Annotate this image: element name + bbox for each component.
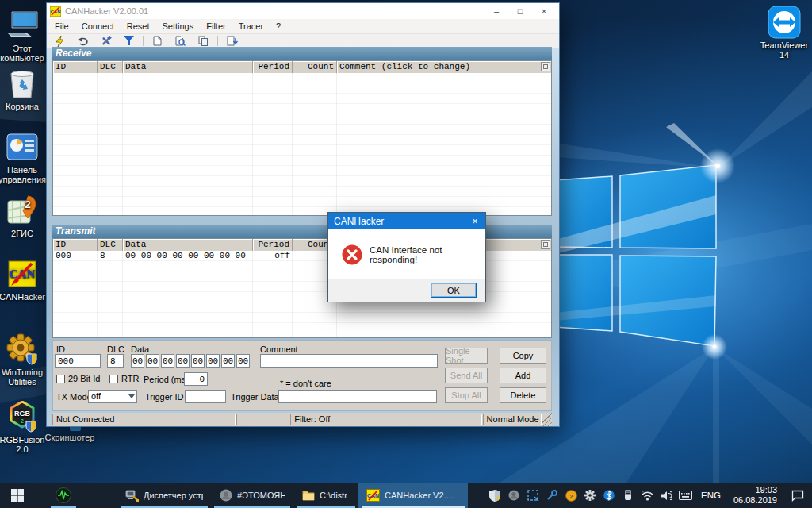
dialog-close-button[interactable]: × xyxy=(465,213,485,229)
single-shot-button[interactable]: Single Shot xyxy=(445,348,488,364)
col-comment[interactable]: Comment (click to change) xyxy=(337,61,551,73)
reset-icon[interactable] xyxy=(71,34,94,48)
resize-grip[interactable] xyxy=(542,413,552,426)
col-id[interactable]: ID xyxy=(53,239,98,251)
desktop-icon-teamviewer[interactable]: TeamViewer 14 xyxy=(757,6,811,60)
desktop-icon-canhacker[interactable]: CAN CANHacker xyxy=(0,258,49,302)
ok-button[interactable]: OK xyxy=(431,283,477,298)
start-button[interactable] xyxy=(0,483,35,508)
desktop-icon-label: WinTuning Utilities xyxy=(0,368,49,387)
desktop-icon-rgbfusion[interactable]: RGB 2 RGBFusion 2.0 xyxy=(0,401,49,454)
gray-app-icon[interactable] xyxy=(504,483,523,508)
receive-table[interactable]: ID DLC Data Period Count Comment (click … xyxy=(52,60,552,216)
svg-text:2: 2 xyxy=(21,418,24,424)
col-count[interactable]: Count xyxy=(293,61,337,73)
clear-icon[interactable] xyxy=(146,34,169,48)
data-byte-input[interactable] xyxy=(206,354,220,368)
minimize-button[interactable]: – xyxy=(485,4,508,18)
menu-connect[interactable]: Connect xyxy=(75,20,121,33)
data-byte-input[interactable] xyxy=(221,354,235,368)
menu-reset[interactable]: Reset xyxy=(121,20,156,33)
window-titlebar[interactable]: CAN CANHacker V2.00.01 – □ × xyxy=(47,3,559,19)
snipping-tool-icon[interactable] xyxy=(523,483,542,508)
status-connection: Not Connected xyxy=(52,414,236,425)
desktop-icon-2gis[interactable]: 2 2ГИС xyxy=(0,194,49,238)
close-button[interactable]: × xyxy=(532,4,556,18)
pinned-app-waveform[interactable] xyxy=(48,483,79,508)
keyboard-icon[interactable] xyxy=(676,483,695,508)
col-dlc[interactable]: DLC xyxy=(98,239,123,251)
usb-icon[interactable] xyxy=(619,483,638,508)
trigger-id-input[interactable] xyxy=(185,390,226,403)
dialog-titlebar[interactable]: CANHacker × xyxy=(328,213,485,229)
service-tool-icon[interactable] xyxy=(542,483,561,508)
desktop-icon-label: Этот компьютер xyxy=(0,44,49,63)
col-id[interactable]: ID xyxy=(53,61,98,73)
save-log-icon[interactable] xyxy=(220,34,243,48)
data-byte-input[interactable] xyxy=(146,354,159,368)
defender-shield-icon[interactable] xyxy=(485,483,504,508)
2gis-tray-icon[interactable]: 2 xyxy=(561,483,580,508)
volume-icon[interactable] xyxy=(657,483,676,508)
action-center-button[interactable] xyxy=(783,483,812,508)
col-data[interactable]: Data xyxy=(123,61,253,73)
bluetooth-icon[interactable] xyxy=(599,483,619,508)
29bit-checkbox[interactable]: 29 Bit Id xyxy=(56,374,100,383)
send-all-button[interactable]: Send All xyxy=(445,368,488,383)
data-byte-input[interactable] xyxy=(176,354,190,368)
col-data[interactable]: Data xyxy=(123,239,253,251)
col-period[interactable]: Period xyxy=(253,239,293,251)
desktop-icon-screenshoter[interactable]: Скриншотер xyxy=(43,433,97,442)
stop-all-button[interactable]: Stop All xyxy=(445,387,488,403)
menu-file[interactable]: File xyxy=(48,20,75,33)
receive-table-body[interactable] xyxy=(53,73,551,215)
settings-icon[interactable] xyxy=(94,34,117,48)
copy-icon[interactable] xyxy=(192,34,215,48)
data-byte-input[interactable] xyxy=(191,354,205,368)
col-dlc[interactable]: DLC xyxy=(98,61,123,73)
status-bar: Not Connected Filter: Off Normal Mode xyxy=(52,413,552,426)
chevron-down-icon xyxy=(128,394,135,398)
desktop-icon-control-panel[interactable]: Панель управления xyxy=(0,131,49,184)
rtr-checkbox[interactable]: RTR xyxy=(109,374,139,383)
data-byte-input[interactable] xyxy=(131,354,144,368)
taskbar-task-canhacker[interactable]: CAN CANHacker V2.... xyxy=(358,483,468,508)
col-period[interactable]: Period xyxy=(253,61,293,73)
comment-input[interactable] xyxy=(260,354,438,368)
receive-table-options-button[interactable] xyxy=(541,62,550,71)
taskbar-task-distr-folder[interactable]: C:\distr xyxy=(293,483,358,508)
taskbar-task-device-manager[interactable]: Диспетчер устр... xyxy=(117,483,211,508)
checkbox-box[interactable] xyxy=(109,375,118,383)
view-trace-icon[interactable] xyxy=(169,34,192,48)
connect-icon[interactable] xyxy=(48,34,71,48)
period-input[interactable] xyxy=(184,372,208,386)
dlc-input[interactable] xyxy=(107,354,124,368)
maximize-button[interactable]: □ xyxy=(508,4,532,18)
txmode-select[interactable]: off xyxy=(88,390,137,403)
id-input[interactable] xyxy=(55,354,101,368)
menu-filter[interactable]: Filter xyxy=(200,20,232,33)
toolbar-separator xyxy=(217,36,218,46)
data-byte-input[interactable] xyxy=(236,354,250,368)
svg-text:RGB: RGB xyxy=(14,410,31,418)
trigger-data-input[interactable] xyxy=(278,390,437,403)
add-button[interactable]: Add xyxy=(500,368,546,383)
settings-gear-icon[interactable] xyxy=(580,483,599,508)
copy-button[interactable]: Copy xyxy=(500,348,546,364)
transmit-form: ID DLC Data Comment 29 Bit Id RTR Pe xyxy=(52,340,552,411)
filter-icon[interactable] xyxy=(117,34,140,48)
menu-tracer[interactable]: Tracer xyxy=(232,20,270,33)
transmit-table-options-button[interactable] xyxy=(541,240,550,249)
menu-settings[interactable]: Settings xyxy=(155,20,200,33)
desktop-icon-wintuning[interactable]: WinTuning Utilities xyxy=(0,333,49,387)
clock[interactable]: 19:03 06.08.2019 xyxy=(727,485,783,506)
delete-button[interactable]: Delete xyxy=(500,387,546,403)
desktop-icon-this-pc[interactable]: Этот компьютер xyxy=(0,10,49,63)
network-icon[interactable]: * xyxy=(638,483,657,508)
data-byte-input[interactable] xyxy=(161,354,174,368)
taskbar-task-etomoyanoch[interactable]: #ЭТОМОЯНОЧ... xyxy=(211,483,293,508)
menu-help[interactable]: ? xyxy=(270,20,287,33)
checkbox-box[interactable] xyxy=(56,375,65,383)
desktop-icon-recycle-bin[interactable]: Корзина xyxy=(0,67,49,111)
language-indicator[interactable]: ENG xyxy=(695,491,727,500)
